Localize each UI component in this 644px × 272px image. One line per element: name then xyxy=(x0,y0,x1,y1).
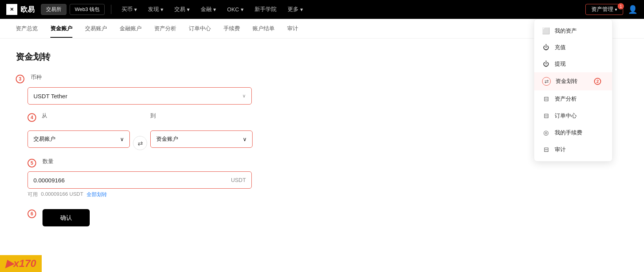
swap-button[interactable]: ⇄ xyxy=(133,136,147,150)
dropdown-my-fees-label: 我的手续费 xyxy=(555,129,582,136)
dropdown-asset-analysis-label: 资产分析 xyxy=(555,96,577,103)
qty-label: 数量 xyxy=(42,158,54,165)
nav-divider xyxy=(111,5,111,14)
order-center-icon: ⊟ xyxy=(542,112,550,119)
subnav-audit[interactable]: 审计 xyxy=(287,20,298,38)
to-chevron-icon: ∨ xyxy=(243,136,247,142)
quantity-section: 5 数量 USDT 可用 0.00009166 USDT 全部划转 xyxy=(16,158,338,198)
from-account-select[interactable]: 交易账户 ∨ xyxy=(28,130,130,148)
asset-mgmt-label: 资产管理 xyxy=(591,6,613,13)
annotation-2: 2 xyxy=(594,78,601,85)
to-account-select[interactable]: 资金账户 ∨ xyxy=(150,130,253,148)
nav-more[interactable]: 更多 ▾ xyxy=(284,6,307,13)
quantity-input[interactable] xyxy=(33,177,231,184)
available-row: 可用 0.00009166 USDT 全部划转 xyxy=(28,191,338,198)
subnav-account-statement[interactable]: 账户结单 xyxy=(253,20,275,38)
transfer-all-link[interactable]: 全部划转 xyxy=(87,191,107,198)
transfer-icon: ⇄ xyxy=(542,77,551,86)
nav-beginner[interactable]: 新手学院 xyxy=(251,6,280,13)
quantity-unit: USDT xyxy=(231,177,246,183)
dropdown-audit[interactable]: ⊟ 审计 xyxy=(534,141,612,158)
asset-mgmt-wrapper: 资产管理 ▾ 1 xyxy=(585,4,623,15)
dropdown-withdraw-label: 提现 xyxy=(555,61,566,68)
web3-btn[interactable]: Web3 钱包 xyxy=(70,4,105,15)
fees-icon: ◎ xyxy=(542,129,550,136)
currency-select-value: USDT Tether xyxy=(33,93,67,99)
dropdown-transfer-label: 资金划转 xyxy=(555,78,578,85)
subnav-order-center[interactable]: 订单中心 xyxy=(189,20,211,38)
user-icon[interactable]: 👤 xyxy=(628,5,638,14)
quantity-input-wrap: USDT xyxy=(28,171,252,189)
nav-finance[interactable]: 金融 ▾ xyxy=(197,6,220,13)
nav-buy[interactable]: 买币 ▾ xyxy=(118,6,141,13)
nav-okc[interactable]: OKC ▾ xyxy=(223,6,247,13)
asset-analysis-icon: ⊟ xyxy=(542,95,550,103)
subnav-fund-account[interactable]: 资金账户 xyxy=(50,20,72,38)
to-account-value: 资金账户 xyxy=(156,136,178,143)
annotation-1-badge: 1 xyxy=(618,3,624,9)
from-to-section: 4 从 到 交易账户 ∨ ⇄ 资金账户 ∨ xyxy=(16,112,338,150)
from-chevron-icon: ∨ xyxy=(120,136,124,142)
from-to-labels: 4 从 到 xyxy=(28,112,253,123)
from-account-value: 交易账户 xyxy=(33,136,55,143)
dropdown-audit-label: 审计 xyxy=(555,146,566,153)
withdraw-icon: ⏻ xyxy=(542,61,550,68)
subnav-trade-account[interactable]: 交易账户 xyxy=(85,20,107,38)
chevron-down-icon: ∨ xyxy=(242,93,246,99)
dropdown-asset-analysis[interactable]: ⊟ 资产分析 xyxy=(534,90,612,107)
page-title: 资金划转 xyxy=(16,51,338,63)
audit-icon: ⊟ xyxy=(542,146,550,153)
asset-dropdown-menu: ⬜ 我的资产 ⏻ 充值 ⏻ 提现 ⇄ 资金划转 2 ⊟ 资产分析 ⊟ 订单中心 … xyxy=(534,19,613,162)
top-navigation: ✕ 欧易 交易所 Web3 钱包 买币 ▾ 发现 ▾ 交易 ▾ 金融 ▾ OKC… xyxy=(0,0,644,19)
from-label: 从 xyxy=(42,112,47,119)
subnav-asset-overview[interactable]: 资产总览 xyxy=(16,20,38,38)
dropdown-my-assets[interactable]: ⬜ 我的资产 xyxy=(534,22,612,39)
dropdown-withdraw[interactable]: ⏻ 提现 xyxy=(534,56,612,72)
dropdown-my-fees[interactable]: ◎ 我的手续费 xyxy=(534,124,612,141)
annotation-5: 5 xyxy=(28,159,36,167)
dropdown-deposit[interactable]: ⏻ 充值 xyxy=(534,39,612,56)
logo-icon: ✕ xyxy=(6,4,17,15)
currency-section: 3 币种 USDT Tether ∨ xyxy=(16,74,338,105)
dropdown-deposit-label: 充值 xyxy=(555,44,566,51)
chevron-down-icon: ▾ xyxy=(615,7,617,12)
logo[interactable]: ✕ 欧易 xyxy=(6,4,35,15)
annotation-6: 6 xyxy=(28,210,36,218)
confirm-section: 6 确认 xyxy=(16,201,338,226)
logo-text: 欧易 xyxy=(20,5,35,14)
available-label: 可用 xyxy=(28,191,38,198)
exchange-btn[interactable]: 交易所 xyxy=(41,4,66,15)
annotation-4: 4 xyxy=(28,113,36,122)
dropdown-transfer[interactable]: ⇄ 资金划转 2 xyxy=(534,72,612,90)
deposit-icon: ⏻ xyxy=(542,44,550,51)
currency-label: 币种 xyxy=(31,74,42,81)
nav-discover[interactable]: 发现 ▾ xyxy=(144,6,167,13)
subnav-finance-account[interactable]: 金融账户 xyxy=(120,20,142,38)
nav-right: 资产管理 ▾ 1 👤 xyxy=(585,4,638,15)
my-assets-icon: ⬜ xyxy=(542,27,550,35)
annotation-3: 3 xyxy=(16,75,24,83)
to-label: 到 xyxy=(150,112,156,119)
main-content: 资金划转 3 币种 USDT Tether ∨ 4 从 xyxy=(0,39,354,239)
subnav-fees[interactable]: 手续费 xyxy=(223,20,240,38)
currency-select[interactable]: USDT Tether ∨ xyxy=(28,87,252,105)
confirm-button[interactable]: 确认 xyxy=(42,209,90,226)
dropdown-my-assets-label: 我的资产 xyxy=(555,28,577,35)
dropdown-order-center-label: 订单中心 xyxy=(555,112,577,119)
dropdown-order-center[interactable]: ⊟ 订单中心 xyxy=(534,107,612,124)
available-amount: 0.00009166 USDT xyxy=(41,191,83,198)
subnav-asset-analysis[interactable]: 资产分析 xyxy=(154,20,176,38)
nav-trade[interactable]: 交易 ▾ xyxy=(170,6,194,13)
